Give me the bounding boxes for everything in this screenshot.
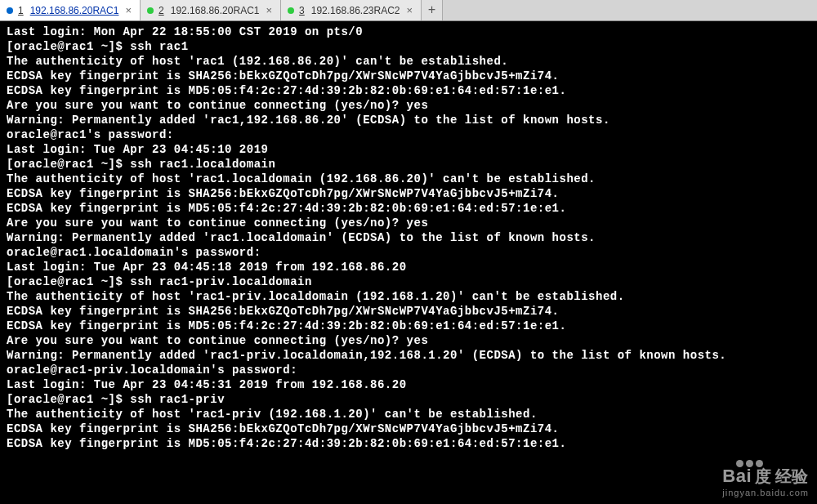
terminal-output[interactable]: Last login: Mon Apr 22 18:55:00 CST 2019…: [0, 21, 817, 504]
terminal-line: ECDSA key fingerprint is SHA256:bEkxGZQo…: [7, 421, 810, 436]
terminal-line: ECDSA key fingerprint is MD5:05:f4:2c:27…: [7, 319, 810, 333]
terminal-line: oracle@rac1.localdomain's password:: [7, 245, 810, 260]
connection-status-icon: [7, 7, 13, 14]
tab-session-1[interactable]: 1192.168.86.20RAC1×: [0, 0, 141, 20]
terminal-line: ECDSA key fingerprint is SHA256:bEkxGZQo…: [7, 304, 810, 319]
terminal-line: oracle@rac1-priv.localdomain's password:: [7, 363, 810, 377]
terminal-line: The authenticity of host 'rac1 (192.168.…: [7, 54, 810, 69]
terminal-line: Last login: Tue Apr 23 04:45:18 2019 fro…: [7, 260, 810, 274]
close-icon[interactable]: ×: [264, 4, 274, 16]
terminal-line: [oracle@rac1 ~]$ ssh rac1.localdomain: [7, 157, 810, 172]
terminal-line: [oracle@rac1 ~]$ ssh rac1-priv: [7, 392, 810, 407]
terminal-line: Warning: Permanently added 'rac1-priv.lo…: [7, 348, 810, 363]
terminal-line: ECDSA key fingerprint is SHA256:bEkxGZQo…: [7, 69, 810, 83]
terminal-line: Are you sure you want to continue connec…: [7, 216, 810, 230]
terminal-line: The authenticity of host 'rac1-priv (192…: [7, 407, 810, 421]
terminal-line: The authenticity of host 'rac1.localdoma…: [7, 172, 810, 186]
tabs-container: 1192.168.86.20RAC1×2192.168.86.20RAC1×31…: [0, 0, 422, 20]
terminal-line: ECDSA key fingerprint is MD5:05:f4:2c:27…: [7, 201, 810, 216]
tab-bar: 1192.168.86.20RAC1×2192.168.86.20RAC1×31…: [0, 0, 817, 21]
terminal-line: ECDSA key fingerprint is MD5:05:f4:2c:27…: [7, 83, 810, 98]
terminal-line: Warning: Permanently added 'rac1,192.168…: [7, 113, 810, 127]
connection-status-icon: [147, 7, 154, 14]
terminal-line: [oracle@rac1 ~]$ ssh rac1-priv.localdoma…: [7, 274, 810, 289]
terminal-line: Are you sure you want to continue connec…: [7, 333, 810, 348]
connection-status-icon: [288, 7, 294, 14]
close-icon[interactable]: ×: [405, 4, 415, 16]
tab-number: 1: [18, 5, 24, 16]
terminal-line: Warning: Permanently added 'rac1.localdo…: [7, 230, 810, 245]
terminal-line: Last login: Tue Apr 23 04:45:10 2019: [7, 142, 810, 157]
terminal-line: Last login: Tue Apr 23 04:45:31 2019 fro…: [7, 377, 810, 392]
terminal-line: ECDSA key fingerprint is SHA256:bEkxGZQo…: [7, 186, 810, 201]
terminal-line: Last login: Mon Apr 22 18:55:00 CST 2019…: [7, 25, 810, 39]
terminal-line: oracle@rac1's password:: [7, 127, 810, 142]
tab-number: 2: [158, 5, 164, 16]
tab-label: 192.168.86.23RAC2: [311, 5, 400, 16]
tab-label: 192.168.86.20RAC1: [30, 5, 119, 16]
new-tab-button[interactable]: +: [422, 0, 443, 20]
tab-session-3[interactable]: 3192.168.86.23RAC2×: [281, 0, 422, 20]
tab-label: 192.168.86.20RAC1: [171, 5, 260, 16]
close-icon[interactable]: ×: [123, 4, 133, 16]
terminal-line: ECDSA key fingerprint is MD5:05:f4:2c:27…: [7, 436, 810, 451]
tab-bar-fill: [443, 0, 817, 20]
terminal-line: The authenticity of host 'rac1-priv.loca…: [7, 289, 810, 304]
tab-number: 3: [299, 5, 305, 16]
tab-session-2[interactable]: 2192.168.86.20RAC1×: [141, 0, 281, 20]
terminal-line: [oracle@rac1 ~]$ ssh rac1: [7, 39, 810, 54]
terminal-line: Are you sure you want to continue connec…: [7, 98, 810, 113]
